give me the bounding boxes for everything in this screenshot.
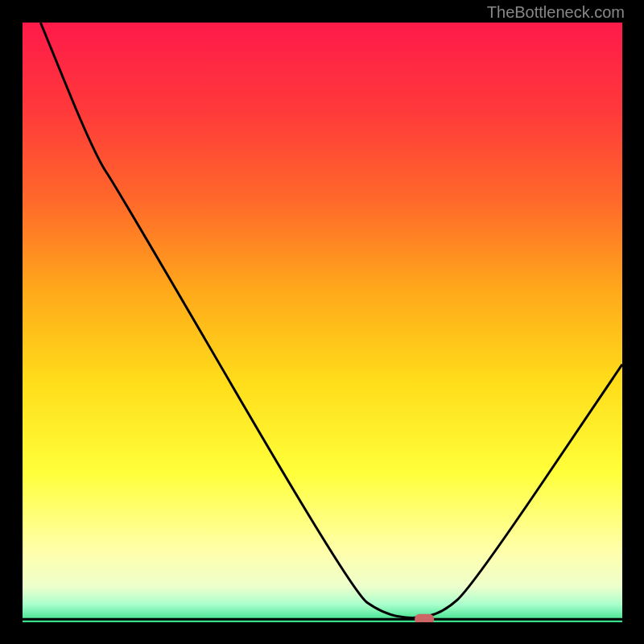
watermark-text: TheBottleneck.com [487, 3, 625, 22]
chart-container: TheBottleneck.com [0, 0, 644, 644]
chart-svg [23, 23, 622, 622]
optimal-marker [415, 614, 434, 622]
gradient-background [23, 23, 622, 622]
plot-area [23, 23, 622, 622]
